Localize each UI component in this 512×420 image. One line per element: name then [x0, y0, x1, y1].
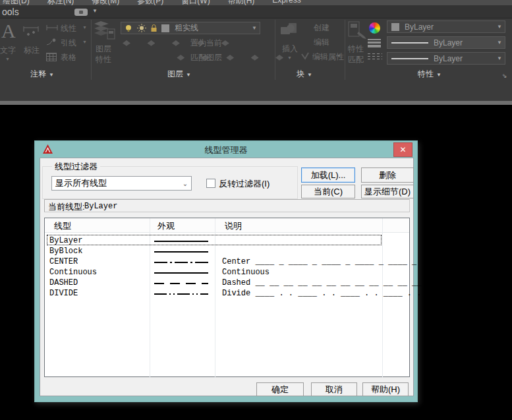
current-linetype-bar: 当前线型: ByLayer: [44, 199, 410, 212]
linetype-name: ByLayer: [49, 236, 82, 245]
panel-properties[interactable]: 特性▼: [418, 69, 441, 80]
ribbon: A 文字 ▼ 标注 线性 ▼ 引线 ▼ 表格 注释▼ 图层 特性 粗实线 ▼ 置…: [0, 18, 512, 81]
leader-button[interactable]: 引线: [61, 38, 76, 49]
menu-item-parametric[interactable]: 参数(P): [137, 0, 163, 5]
invert-filter-checkbox[interactable]: [206, 179, 215, 188]
selection-focus-rect: [47, 235, 382, 245]
linetype-desc: Center ____ _ ____ _ ____ _ ____ _ ____ …: [222, 257, 416, 266]
linetype-preview: [154, 293, 208, 295]
menu-item-help[interactable]: 帮助(H): [228, 0, 255, 5]
leader-icon[interactable]: [46, 38, 58, 46]
menu-item-dimension[interactable]: 标注(N): [47, 0, 74, 5]
ok-button[interactable]: 确定: [256, 382, 304, 396]
list-item-continuous[interactable]: Continuous Continuous: [45, 267, 401, 278]
filter-dropdown[interactable]: 显示所有线型 ⌄: [51, 176, 192, 191]
cancel-button[interactable]: 取消: [311, 382, 357, 396]
list-item-center[interactable]: CENTER Center ____ _ ____ _ ____ _ ____ …: [45, 256, 401, 267]
dimension-icon[interactable]: [22, 22, 40, 40]
dialog-title-bar[interactable]: 线型管理器 ✕: [35, 141, 417, 158]
sun-icon[interactable]: [137, 24, 146, 32]
layer-make-current-icon[interactable]: [221, 40, 229, 47]
ribbon-lower-strip: [0, 81, 512, 101]
panel-annotation[interactable]: 注释▼: [30, 69, 54, 80]
column-appearance[interactable]: 外观: [157, 220, 175, 232]
tab-express-tools-partial[interactable]: ools: [2, 7, 19, 17]
linetype-name: CENTER: [49, 257, 78, 266]
panel-layer[interactable]: 图层▼: [167, 69, 191, 80]
layer-thaw-icon[interactable]: [226, 55, 234, 62]
layer-freeze-icon[interactable]: [172, 40, 180, 47]
help-button[interactable]: 帮助(H): [362, 382, 409, 396]
set-current-button[interactable]: 置为当前: [190, 38, 222, 49]
match-properties-icon[interactable]: [348, 21, 368, 41]
camera-icon[interactable]: [74, 9, 88, 16]
table-button[interactable]: 表格: [61, 52, 76, 63]
linetype-combo[interactable]: ByLayer ▼: [387, 52, 505, 65]
match-properties-label-1[interactable]: 特性: [348, 44, 364, 55]
chevron-down-icon[interactable]: ▼: [497, 40, 505, 45]
linetype-desc: Continuous: [222, 268, 270, 277]
linetype-list[interactable]: 线型 外观 说明 ByLayer ByBlock CENTER Ce: [44, 218, 410, 377]
linear-button[interactable]: 线性: [61, 23, 76, 34]
show-details-button[interactable]: 显示细节(D): [361, 185, 414, 198]
filter-dropdown-value: 显示所有线型: [55, 177, 107, 189]
panel-separator: [275, 20, 275, 80]
layer-off-icon[interactable]: [123, 40, 130, 47]
create-button[interactable]: 创建: [314, 22, 329, 34]
list-item-bylayer[interactable]: ByLayer: [45, 235, 401, 246]
dialog-launcher-icon[interactable]: ⇘: [502, 73, 507, 79]
layer-match-icon[interactable]: [275, 55, 283, 62]
edit-button[interactable]: 编辑: [314, 37, 329, 48]
layer-on-icon[interactable]: [177, 55, 185, 62]
current-button[interactable]: 当前(C): [301, 185, 355, 198]
menu-item-draw[interactable]: 绘图(D): [3, 0, 30, 5]
linetype-preview: [154, 241, 208, 242]
text-tool-icon[interactable]: A: [1, 20, 16, 42]
table-icon[interactable]: [46, 53, 57, 61]
linear-dimension-icon[interactable]: [46, 24, 58, 31]
column-linetype[interactable]: 线型: [54, 220, 71, 232]
chevron-down-icon: ▼: [337, 53, 341, 58]
column-description[interactable]: 说明: [225, 220, 242, 232]
layer-color-swatch[interactable]: [161, 24, 169, 32]
close-icon[interactable]: ✕: [393, 142, 412, 157]
linetype-preview: [154, 283, 208, 284]
bulb-icon[interactable]: [125, 24, 133, 32]
insert-block-icon[interactable]: [279, 22, 300, 42]
text-button[interactable]: 文字: [0, 45, 16, 56]
match-layer-button[interactable]: 匹配图层: [190, 52, 222, 63]
delete-button[interactable]: 删除: [361, 167, 414, 183]
menu-item-window[interactable]: 窗口(W): [181, 0, 210, 5]
panel-block[interactable]: 块▼: [297, 69, 312, 80]
chevron-down-icon[interactable]: ▼: [497, 55, 505, 61]
dimension-button[interactable]: 标注: [24, 45, 40, 56]
edit-attributes-icon[interactable]: [300, 51, 310, 60]
list-item-byblock[interactable]: ByBlock: [45, 246, 401, 256]
layer-combo[interactable]: 粗实线 ▼: [121, 22, 260, 34]
load-button[interactable]: 加载(L)...: [301, 167, 355, 183]
list-item-divide[interactable]: DIVIDE Divide ____ . . ____ . . ____ . .…: [45, 288, 401, 299]
chevron-down-icon[interactable]: ▼: [92, 8, 98, 14]
linetype-manager-dialog: 线型管理器 ✕ 线型过滤器 显示所有线型 ⌄ 反转过滤器(I) 加载(L)...…: [34, 140, 418, 402]
lock-icon[interactable]: [150, 24, 157, 32]
layer-properties-label-1[interactable]: 图层: [96, 44, 111, 55]
lineweight-combo-value: ByLayer: [434, 38, 463, 47]
layer-isolate-icon[interactable]: [147, 40, 155, 47]
menu-item-modify[interactable]: 修改(M): [92, 0, 119, 5]
layer-unlock-icon[interactable]: [251, 55, 259, 62]
menu-item-express[interactable]: Express: [272, 0, 300, 5]
chevron-down-icon[interactable]: ⌄: [179, 180, 191, 187]
object-color-combo[interactable]: ByLayer ▼: [387, 20, 505, 33]
list-item-dashed[interactable]: DASHED Dashed __ __ __ __ __ __ __ __ __…: [45, 278, 401, 288]
lineweight-icon[interactable]: [368, 38, 381, 49]
chevron-down-icon[interactable]: ▼: [497, 24, 505, 30]
color-wheel-icon[interactable]: [369, 22, 380, 34]
insert-button[interactable]: 插入: [282, 44, 298, 55]
chevron-down-icon[interactable]: ▼: [252, 25, 260, 31]
chevron-down-icon: ▼: [5, 57, 10, 61]
dialog-title: 线型管理器: [35, 144, 417, 156]
lineweight-combo[interactable]: ByLayer ▼: [387, 36, 505, 49]
invert-filter-label[interactable]: 反转过滤器(I): [219, 178, 270, 190]
layer-properties-icon[interactable]: [94, 21, 115, 41]
linetype-icon[interactable]: [368, 51, 382, 61]
